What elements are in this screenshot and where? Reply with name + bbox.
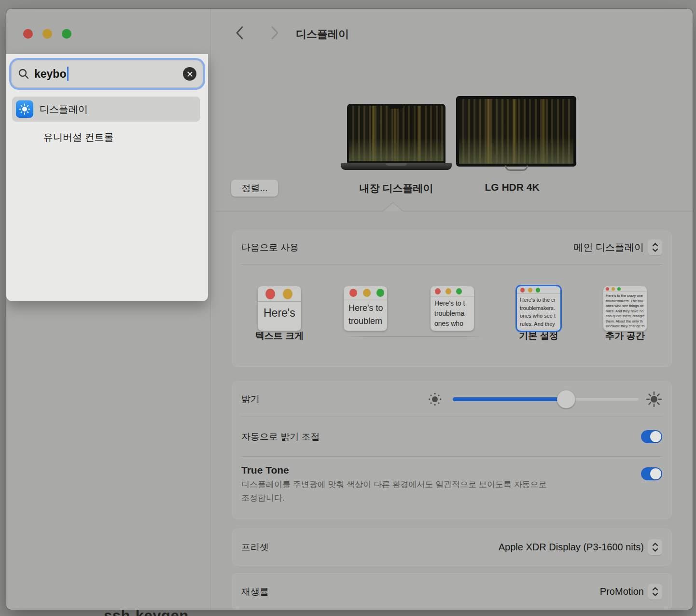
- display-thumbnail-builtin[interactable]: [341, 104, 452, 170]
- search-result-universal-control[interactable]: 유니버설 컨트롤: [43, 127, 114, 147]
- refresh-rate-dropdown[interactable]: [648, 584, 662, 600]
- search-result-display[interactable]: 디스플레이: [12, 97, 200, 122]
- refresh-rate-value: ProMotion: [600, 586, 644, 597]
- window-controls: [23, 29, 71, 39]
- brightness-dim-icon: [428, 392, 442, 406]
- traffic-light-icon: [528, 288, 532, 293]
- scaling-option-larger-text[interactable]: Here's: [258, 286, 301, 331]
- brightness-slider[interactable]: [453, 390, 639, 408]
- display-settings-icon: [16, 100, 33, 118]
- sidebar: keybo: [6, 9, 211, 610]
- traffic-light-icon: [520, 288, 525, 293]
- scaling-options: Here's Here's to troublem: [232, 286, 672, 332]
- search-result-label: 유니버설 컨트롤: [43, 131, 114, 144]
- traffic-light-icon: [363, 289, 371, 297]
- auto-brightness-toggle[interactable]: [641, 430, 662, 443]
- system-settings-window: keybo: [6, 9, 693, 610]
- traffic-light-icon: [265, 289, 275, 299]
- brightness-card: 밝기: [232, 381, 672, 519]
- search-icon: [18, 68, 29, 80]
- search-result-label: 디스플레이: [40, 103, 88, 116]
- traffic-light-icon: [606, 287, 609, 291]
- refresh-rate-card: 재생률 ProMotion: [232, 573, 672, 610]
- preset-card: 프리셋 Apple XDR Display (P3-1600 nits): [232, 529, 672, 566]
- scaling-separator-line: [344, 336, 484, 337]
- scaling-option-3[interactable]: Here's to t troublema ones who: [431, 286, 474, 331]
- zoom-window-button[interactable]: [62, 29, 71, 39]
- traffic-light-icon: [445, 288, 451, 294]
- content-header: 디스플레이: [211, 9, 693, 54]
- true-tone-description: 디스플레이를 주변광에 맞춰 색상이 다른 환경에서도 일관적으로 보이도록 자…: [241, 478, 547, 505]
- true-tone-label: True Tone: [241, 464, 289, 476]
- traffic-light-icon: [435, 288, 441, 294]
- traffic-light-icon: [349, 289, 357, 297]
- builtin-display-label: 내장 디스플레이: [334, 182, 459, 195]
- brightness-label: 밝기: [241, 393, 260, 406]
- scaling-option-more-space[interactable]: Here's to the crazy one troublemakers. T…: [603, 286, 647, 331]
- text-cursor: [67, 67, 69, 81]
- scaling-label-default: 기본 설정: [500, 330, 577, 342]
- wallpaper-preview: [349, 106, 444, 161]
- resolution-card: 다음으로 사용 메인 디스플레이 Here's: [232, 231, 672, 367]
- notch: [389, 106, 404, 109]
- clear-search-button[interactable]: [183, 67, 196, 81]
- laptop-base: [341, 163, 452, 170]
- search-results-popover: keybo: [6, 54, 208, 301]
- use-as-value: 메인 디스플레이: [573, 241, 644, 254]
- traffic-light-icon: [283, 289, 292, 299]
- traffic-light-icon: [617, 287, 621, 291]
- traffic-light-icon: [456, 288, 462, 294]
- arrange-displays-button[interactable]: 정렬...: [231, 179, 278, 197]
- scaling-option-2[interactable]: Here's to troublem: [344, 286, 387, 331]
- search-query-text: keybo: [34, 68, 66, 81]
- back-button[interactable]: [234, 25, 246, 41]
- preset-label: 프리셋: [241, 541, 269, 554]
- selected-display-pointer: [211, 202, 693, 220]
- refresh-rate-label: 재생률: [241, 586, 269, 598]
- search-input[interactable]: keybo: [11, 60, 203, 88]
- wallpaper-preview: [459, 99, 573, 164]
- use-as-label: 다음으로 사용: [241, 241, 299, 254]
- use-as-dropdown[interactable]: [648, 239, 662, 255]
- traffic-light-icon: [376, 289, 384, 297]
- monitor-stand: [505, 166, 528, 171]
- scaling-option-default[interactable]: Here's to the cr troublemakers. ones who…: [517, 286, 560, 331]
- traffic-light-icon: [536, 288, 540, 293]
- lg-display-label: LG HDR 4K: [449, 182, 575, 193]
- brightness-knob[interactable]: [557, 390, 575, 408]
- auto-brightness-label: 자동으로 밝기 조절: [241, 431, 320, 443]
- display-thumbnail-lg-hdr-4k[interactable]: [456, 96, 576, 171]
- brightness-bright-icon: [646, 391, 662, 407]
- traffic-light-icon: [612, 287, 615, 291]
- minimize-window-button[interactable]: [42, 29, 52, 39]
- scaling-label-more-space: 추가 공간: [586, 330, 664, 342]
- divider: [241, 264, 662, 265]
- preset-dropdown[interactable]: [648, 539, 662, 555]
- preset-value: Apple XDR Display (P3-1600 nits): [499, 542, 644, 553]
- forward-button[interactable]: [268, 25, 281, 41]
- scaling-label-larger-text: 텍스트 크게: [241, 330, 318, 342]
- true-tone-toggle[interactable]: [641, 467, 662, 480]
- brightness-fill: [453, 397, 566, 401]
- close-window-button[interactable]: [23, 29, 33, 39]
- page-title: 디스플레이: [296, 27, 349, 42]
